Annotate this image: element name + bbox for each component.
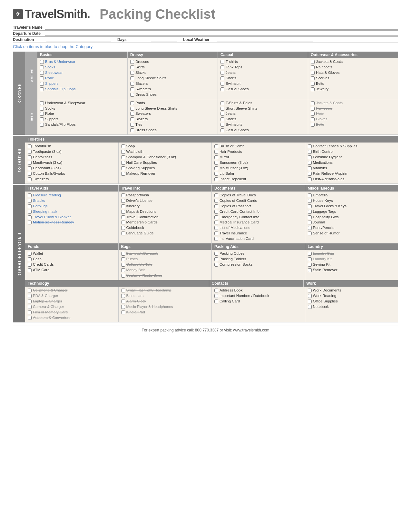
checkbox[interactable] bbox=[308, 166, 312, 170]
checkbox[interactable] bbox=[28, 252, 32, 256]
checkbox[interactable] bbox=[130, 93, 134, 97]
checkbox[interactable] bbox=[220, 128, 224, 132]
checkbox[interactable] bbox=[40, 76, 44, 80]
checkbox[interactable] bbox=[130, 71, 134, 75]
checkbox[interactable] bbox=[220, 117, 224, 121]
checkbox[interactable] bbox=[308, 144, 312, 148]
checkbox[interactable] bbox=[308, 204, 312, 208]
checkbox[interactable] bbox=[121, 263, 125, 267]
checkbox[interactable] bbox=[121, 305, 125, 309]
checkbox[interactable] bbox=[28, 268, 32, 272]
checkbox[interactable] bbox=[121, 204, 125, 208]
checkbox[interactable] bbox=[28, 300, 32, 303]
checkbox[interactable] bbox=[121, 215, 125, 219]
checkbox[interactable] bbox=[214, 289, 218, 292]
checkbox[interactable] bbox=[130, 123, 134, 127]
checkbox[interactable] bbox=[220, 87, 224, 91]
checkbox[interactable] bbox=[220, 65, 224, 69]
checkbox[interactable] bbox=[121, 257, 125, 261]
checkbox[interactable] bbox=[220, 107, 224, 111]
checkbox[interactable] bbox=[308, 268, 312, 272]
checkbox[interactable] bbox=[311, 60, 315, 64]
checkbox[interactable] bbox=[311, 123, 315, 127]
checkbox[interactable] bbox=[220, 71, 224, 75]
checkbox[interactable] bbox=[311, 101, 315, 105]
checkbox[interactable] bbox=[40, 82, 44, 86]
checkbox[interactable] bbox=[28, 289, 32, 292]
checkbox[interactable] bbox=[28, 144, 32, 148]
checkbox[interactable] bbox=[214, 257, 218, 261]
checkbox[interactable] bbox=[121, 268, 125, 272]
checkbox[interactable] bbox=[311, 65, 315, 69]
checkbox[interactable] bbox=[130, 82, 134, 86]
checkbox[interactable] bbox=[214, 199, 218, 203]
checkbox[interactable] bbox=[130, 107, 134, 111]
checkbox[interactable] bbox=[308, 305, 312, 309]
checkbox[interactable] bbox=[311, 117, 315, 121]
checkbox[interactable] bbox=[308, 232, 312, 235]
checkbox[interactable] bbox=[40, 112, 44, 116]
checkbox[interactable] bbox=[40, 71, 44, 75]
checkbox[interactable] bbox=[308, 226, 312, 230]
checkbox[interactable] bbox=[130, 117, 134, 121]
checkbox[interactable] bbox=[214, 294, 218, 298]
checkbox[interactable] bbox=[121, 232, 125, 235]
checkbox[interactable] bbox=[220, 76, 224, 80]
checkbox[interactable] bbox=[130, 76, 134, 80]
checkbox[interactable] bbox=[28, 155, 32, 159]
checkbox[interactable] bbox=[121, 274, 125, 278]
checkbox[interactable] bbox=[130, 112, 134, 116]
checkbox[interactable] bbox=[121, 210, 125, 214]
checkbox[interactable] bbox=[308, 221, 312, 224]
checkbox[interactable] bbox=[214, 215, 218, 219]
checkbox[interactable] bbox=[308, 199, 312, 203]
checkbox[interactable] bbox=[130, 87, 134, 91]
checkbox[interactable] bbox=[214, 232, 218, 235]
checkbox[interactable] bbox=[214, 155, 218, 159]
checkbox[interactable] bbox=[121, 193, 125, 197]
checkbox[interactable] bbox=[28, 294, 32, 298]
checkbox[interactable] bbox=[308, 150, 312, 154]
checkbox[interactable] bbox=[121, 226, 125, 230]
checkbox[interactable] bbox=[308, 257, 312, 261]
checkbox[interactable] bbox=[308, 155, 312, 159]
checkbox[interactable] bbox=[130, 101, 134, 105]
checkbox[interactable] bbox=[40, 107, 44, 111]
checkbox[interactable] bbox=[28, 161, 32, 165]
checkbox[interactable] bbox=[28, 263, 32, 267]
checkbox[interactable] bbox=[308, 252, 312, 256]
checkbox[interactable] bbox=[130, 60, 134, 64]
checkbox[interactable] bbox=[121, 252, 125, 256]
checkbox[interactable] bbox=[28, 166, 32, 170]
checkbox[interactable] bbox=[40, 65, 44, 69]
checkbox[interactable] bbox=[311, 107, 315, 111]
checkbox[interactable] bbox=[28, 305, 32, 309]
checkbox[interactable] bbox=[28, 172, 32, 176]
checkbox[interactable] bbox=[214, 161, 218, 165]
checkbox[interactable] bbox=[308, 300, 312, 303]
checkbox[interactable] bbox=[311, 87, 315, 91]
checkbox[interactable] bbox=[311, 76, 315, 80]
checkbox[interactable] bbox=[214, 177, 218, 181]
checkbox[interactable] bbox=[121, 144, 125, 148]
checkbox[interactable] bbox=[220, 60, 224, 64]
checkbox[interactable] bbox=[214, 166, 218, 170]
checkbox[interactable] bbox=[311, 71, 315, 75]
checkbox[interactable] bbox=[214, 204, 218, 208]
checkbox[interactable] bbox=[308, 294, 312, 298]
checkbox[interactable] bbox=[308, 263, 312, 267]
checkbox[interactable] bbox=[121, 310, 125, 314]
checkbox[interactable] bbox=[40, 87, 44, 91]
checkbox[interactable] bbox=[214, 150, 218, 154]
checkbox[interactable] bbox=[214, 263, 218, 267]
checkbox[interactable] bbox=[308, 215, 312, 219]
checkbox[interactable] bbox=[28, 204, 32, 208]
checkbox[interactable] bbox=[220, 101, 224, 105]
checkbox[interactable] bbox=[308, 289, 312, 292]
checkbox[interactable] bbox=[121, 161, 125, 165]
checkbox[interactable] bbox=[40, 60, 44, 64]
checkbox[interactable] bbox=[311, 112, 315, 116]
checkbox[interactable] bbox=[40, 123, 44, 127]
checkbox[interactable] bbox=[214, 221, 218, 224]
checkbox[interactable] bbox=[28, 310, 32, 314]
